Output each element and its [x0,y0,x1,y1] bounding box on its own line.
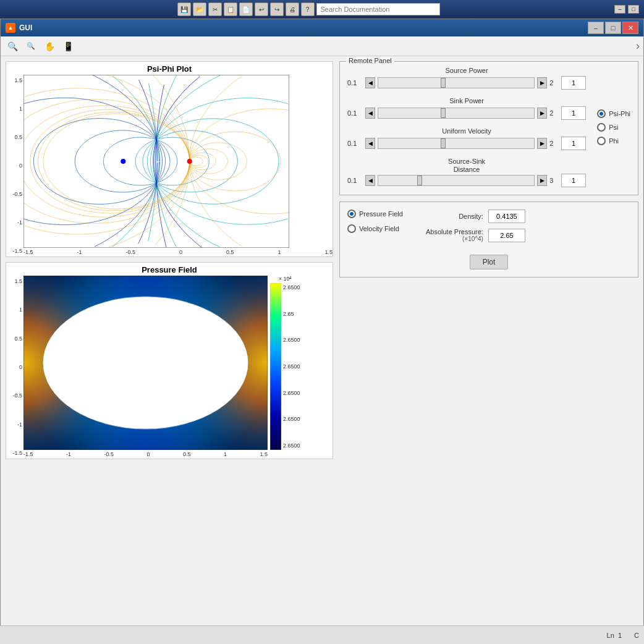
radio-phi[interactable]: Phi [597,137,630,145]
topbar-minimize-button[interactable]: – [614,5,625,14]
pressure-y-axis: 1.5 1 0.5 0 -0.5 -1 -1.5 [6,276,23,459]
pressure-field-plot-container: Pressure Field 1.5 1 0.5 0 -0.5 -1 -1.5 [6,262,333,459]
uniform-velocity-thumb[interactable] [441,138,446,148]
uniform-velocity-right-arrow[interactable]: ▶ [537,138,547,149]
window-title: GUI [19,23,32,32]
colorbar: 2.6500 2.65 2.6500 2.6500 2.6500 2.6500 … [270,283,300,450]
matlab-titlebar: 💾 📂 ✂ 📋 📄 ↩ ↪ 🖨 ? – □ [0,0,644,19]
slider-rows: Source Power 0.1 ◀ ▶ 2 [347,67,586,187]
pan-button[interactable]: ✋ [41,39,57,54]
radio-velocity-field-circle[interactable] [347,224,356,233]
insert-button[interactable]: 📱 [60,39,76,54]
source-power-thumb[interactable] [441,78,446,88]
radio-velocity-field-label: Velocity Field [359,225,399,232]
cut-icon[interactable]: ✂ [208,2,222,16]
remote-panel-title: Remote Panel [346,57,394,64]
zoom-in-button[interactable]: 🔍 [4,39,20,54]
undo-icon[interactable]: ↩ [255,2,268,16]
sink-power-max: 2 [549,109,559,117]
source-sink-distance-max: 3 [549,177,559,184]
source-power-min: 0.1 [347,79,363,87]
density-section: Density: Absolute Pressure: (×10^4) [415,210,525,242]
status-bar: Ln 1 C [0,625,644,644]
radio-psi-label: Psi [609,124,618,131]
field-radio-group: Pressure Field Velocity Field [347,210,403,233]
source-power-right-arrow[interactable]: ▶ [537,77,547,88]
source-sink-distance-right-arrow[interactable]: ▶ [537,175,547,186]
radio-phi-label: Phi [609,137,619,145]
radio-pressure-field[interactable]: Pressure Field [347,210,403,218]
plot-button[interactable]: Plot [470,255,509,269]
sink-power-value-input[interactable] [561,106,586,120]
print-icon[interactable]: 🖨 [286,2,299,16]
source-power-track[interactable] [378,77,535,88]
source-sink-distance-value-input[interactable] [561,174,586,187]
source-power-label: Source Power [347,67,586,74]
sink-power-left-arrow[interactable]: ◀ [365,108,375,119]
pressure-x-axis: -1.5 -1 -0.5 0 0.5 1 1.5 [23,450,268,459]
psi-phi-y-axis: 1.5 1 0.5 0 -0.5 -1 -1.5 [6,75,23,256]
radio-pressure-field-circle[interactable] [347,210,356,218]
radio-velocity-field[interactable]: Velocity Field [347,224,403,233]
window-app-icon: ▲ [6,23,15,33]
radio-psi-phi-circle[interactable] [597,109,606,118]
source-sink-distance-left-arrow[interactable]: ◀ [365,175,375,186]
abs-pressure-row: Absolute Pressure: (×10^4) [415,228,525,242]
search-documentation-input[interactable] [316,3,440,15]
density-input[interactable] [488,210,525,223]
zoom-out-button[interactable]: 🔍 [23,39,39,54]
save-icon[interactable]: 💾 [177,2,191,16]
restore-button[interactable]: □ [605,22,621,34]
remote-panel: Remote Panel Source Power 0.1 ◀ [339,61,638,195]
topbar-win-controls: – □ [614,5,639,14]
density-label: Density: [415,213,483,220]
abs-pressure-sublabel: (×10^4) [415,235,483,242]
uniform-velocity-section: Uniform Velocity 0.1 ◀ ▶ 2 [347,127,586,150]
radio-phi-circle[interactable] [597,137,606,145]
copy-icon[interactable]: 📋 [224,2,237,16]
source-power-section: Source Power 0.1 ◀ ▶ 2 [347,67,586,90]
sink-power-track-row: 0.1 ◀ ▶ 2 [347,106,586,120]
open-icon[interactable]: 📂 [193,2,206,16]
paste-icon[interactable]: 📄 [239,2,253,16]
sliders-with-radio: Source Power 0.1 ◀ ▶ 2 [347,67,630,187]
abs-pressure-label: Absolute Pressure: [415,228,483,235]
status-ln-section: Ln 1 C [607,632,639,639]
uniform-velocity-max: 2 [549,140,559,147]
abs-pressure-input[interactable] [488,229,525,242]
right-panel: Remote Panel Source Power 0.1 ◀ [339,61,638,621]
main-content: Psi-Phi Plot 1.5 1 0.5 0 -0.5 -1 -1.5 [1,56,643,626]
window-controls: – □ ✕ [588,22,638,34]
sink-power-track[interactable] [378,108,535,119]
source-power-left-arrow[interactable]: ◀ [365,77,375,88]
colorbar-section: × 10⁴ 2.6500 2.65 2.6500 2.6500 2.6500 [270,276,300,450]
window-titlebar: ▲ GUI – □ ✕ [1,19,643,36]
radio-psi-circle[interactable] [597,123,606,132]
uniform-velocity-left-arrow[interactable]: ◀ [365,138,375,149]
source-sink-distance-label: Source-Sink Distance [347,158,586,174]
radio-psi[interactable]: Psi [597,123,630,132]
topbar-maximize-button[interactable]: □ [628,5,639,14]
minimize-button[interactable]: – [588,22,604,34]
left-panel: Psi-Phi Plot 1.5 1 0.5 0 -0.5 -1 -1.5 [6,61,333,621]
expand-button[interactable]: › [636,40,640,53]
source-power-value-input[interactable] [561,76,586,90]
close-button[interactable]: ✕ [622,22,638,34]
sink-power-thumb[interactable] [441,108,446,118]
radio-psi-phi-label: Psi-Phi [609,110,630,117]
pressure-canvas[interactable] [23,276,268,450]
help-icon[interactable]: ? [301,2,315,16]
colorbar-exp-label: × 10⁴ [270,276,300,282]
uniform-velocity-track[interactable] [378,138,535,149]
sink-power-right-arrow[interactable]: ▶ [537,108,547,119]
redo-icon[interactable]: ↪ [270,2,284,16]
uniform-velocity-value-input[interactable] [561,137,586,150]
source-sink-distance-thumb[interactable] [417,176,422,185]
psi-phi-canvas[interactable] [23,75,289,248]
matlab-toolbar-icons: 💾 📂 ✂ 📋 📄 ↩ ↪ 🖨 ? [5,2,612,16]
psi-phi-x-axis: -1.5 -1 -0.5 0 0.5 1 1.5 [23,248,333,256]
density-row: Density: [415,210,525,223]
radio-psi-phi[interactable]: Psi-Phi [597,109,630,118]
right-panel-spacer [339,284,638,621]
source-sink-distance-track[interactable] [378,175,535,186]
